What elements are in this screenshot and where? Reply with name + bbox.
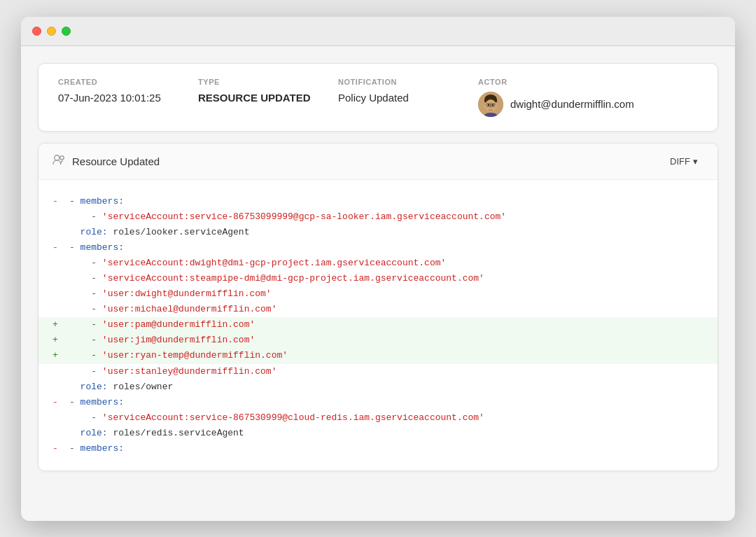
code-token: 'user:ryan-temp@dundermifflin.com': [102, 350, 288, 361]
svg-point-12: [55, 155, 59, 160]
code-token: 'user:jim@dundermifflin.com': [102, 335, 255, 345]
code-line: + - 'user:pam@dundermifflin.com': [38, 317, 718, 333]
code-line: - 'serviceAccount:service-86753099999@gc…: [38, 209, 718, 225]
line-prefix: +: [52, 317, 69, 333]
code-token: :: [118, 196, 124, 207]
indent: [69, 288, 91, 299]
code-token: 'user:dwight@dundermifflin.com': [102, 288, 272, 299]
code-token: -: [91, 366, 102, 377]
code-token: 'serviceAccount:dwight@dmi-gcp-project.i…: [102, 258, 446, 268]
line-prefix: -: [52, 194, 69, 209]
svg-point-4: [488, 104, 489, 106]
line-content: - members:: [69, 194, 704, 209]
indent: [69, 227, 80, 237]
info-grid: CREATED 07-Jun-2023 10:01:25 TYPE RESOUR…: [58, 78, 698, 117]
code-token: -: [91, 335, 102, 345]
code-token: -: [69, 196, 80, 207]
line-content: - 'user:stanley@dundermifflin.com': [69, 364, 704, 379]
code-token: -: [91, 412, 102, 423]
indent: [69, 304, 91, 314]
code-token: -: [91, 304, 102, 314]
actor-row: dwight@dundermifflin.com: [478, 92, 698, 117]
code-line: -- members:: [38, 240, 718, 256]
info-card: CREATED 07-Jun-2023 10:01:25 TYPE RESOUR…: [38, 63, 718, 132]
line-content: - 'serviceAccount:steampipe-dmi@dmi-gcp-…: [69, 271, 704, 286]
indent: [69, 211, 91, 222]
diff-arrow-icon: ▾: [693, 156, 698, 167]
line-content: - 'user:ryan-temp@dundermifflin.com': [69, 348, 704, 363]
svg-point-11: [495, 104, 498, 108]
close-button[interactable]: [32, 27, 41, 36]
line-prefix: -: [52, 395, 69, 410]
diff-button[interactable]: DIFF ▾: [664, 153, 704, 169]
code-line: - 'serviceAccount:steampipe-dmi@dmi-gcp-…: [38, 271, 718, 286]
window-content: CREATED 07-Jun-2023 10:01:25 TYPE RESOUR…: [21, 46, 735, 489]
line-content: - 'serviceAccount:service-867530999@clou…: [69, 410, 704, 426]
maximize-button[interactable]: [62, 27, 71, 36]
code-token: 'user:stanley@dundermifflin.com': [102, 366, 277, 377]
indent: [69, 319, 91, 330]
code-line: -- members:: [38, 395, 718, 410]
code-token: role: [80, 382, 102, 392]
line-content: - 'serviceAccount:dwight@dmi-gcp-project…: [69, 256, 704, 271]
code-card: Resource Updated DIFF ▾ -- members: - 's…: [38, 143, 718, 472]
line-content: - 'user:dwight@dundermifflin.com': [69, 286, 704, 302]
code-line: role: roles/owner: [38, 379, 718, 395]
code-token: roles/redis.serviceAgent: [108, 428, 244, 438]
indent: [69, 273, 91, 284]
code-token: members: [80, 397, 119, 407]
code-token: 'serviceAccount:service-86753099999@gcp-…: [102, 211, 506, 222]
code-line: -- members:: [38, 194, 718, 209]
code-token: 'serviceAccount:service-867530999@cloud-…: [102, 412, 484, 423]
line-content: - 'serviceAccount:service-86753099999@gc…: [69, 209, 704, 225]
created-column: CREATED 07-Jun-2023 10:01:25: [58, 78, 198, 117]
title-bar: [21, 17, 735, 46]
code-line: - 'user:stanley@dundermifflin.com': [38, 364, 718, 379]
indent: [69, 382, 80, 392]
code-line: - 'serviceAccount:service-867530999@clou…: [38, 410, 718, 426]
line-prefix: -: [52, 441, 69, 456]
svg-point-9: [490, 107, 492, 109]
line-content: - members:: [69, 240, 704, 256]
code-token: :: [118, 242, 124, 253]
notification-label: NOTIFICATION: [338, 78, 478, 86]
code-token: roles/looker.serviceAgent: [108, 227, 250, 237]
code-token: -: [91, 258, 102, 268]
code-line: - 'user:dwight@dundermifflin.com': [38, 286, 718, 302]
diff-label: DIFF: [670, 156, 690, 167]
code-token: -: [91, 211, 102, 222]
created-label: CREATED: [58, 78, 198, 86]
actor-email: dwight@dundermifflin.com: [510, 98, 634, 110]
avatar: [478, 92, 503, 117]
code-token: :: [118, 443, 124, 454]
code-token: members: [80, 443, 119, 454]
minimize-button[interactable]: [47, 27, 56, 36]
code-line: role: roles/redis.serviceAgent: [38, 426, 718, 441]
notification-value: Policy Updated: [338, 92, 478, 104]
code-body[interactable]: -- members: - 'serviceAccount:service-86…: [38, 180, 718, 471]
code-token: -: [91, 319, 102, 330]
code-header: Resource Updated DIFF ▾: [38, 144, 718, 180]
actor-label: ACTOR: [478, 78, 698, 86]
code-token: roles/owner: [108, 382, 174, 392]
code-token: :: [118, 397, 124, 407]
indent: [69, 412, 91, 423]
type-value: RESOURCE UPDATED: [198, 92, 338, 104]
line-prefix: +: [52, 333, 69, 348]
code-token: 'serviceAccount:steampipe-dmi@dmi-gcp-pr…: [102, 273, 484, 284]
type-label: TYPE: [198, 78, 338, 86]
code-token: -: [69, 443, 80, 454]
code-line: role: roles/looker.serviceAgent: [38, 225, 718, 240]
line-content: - 'user:jim@dundermifflin.com': [69, 333, 704, 348]
code-token: -: [69, 397, 80, 407]
users-icon: [52, 154, 65, 168]
code-line: + - 'user:ryan-temp@dundermifflin.com': [38, 348, 718, 363]
line-content: role: roles/looker.serviceAgent: [69, 225, 704, 240]
code-line: + - 'user:jim@dundermifflin.com': [38, 333, 718, 348]
code-token: :: [102, 428, 108, 438]
code-token: -: [91, 288, 102, 299]
indent: [69, 428, 80, 438]
code-line: - 'serviceAccount:dwight@dmi-gcp-project…: [38, 256, 718, 271]
indent: [69, 366, 91, 377]
created-value: 07-Jun-2023 10:01:25: [58, 92, 198, 104]
